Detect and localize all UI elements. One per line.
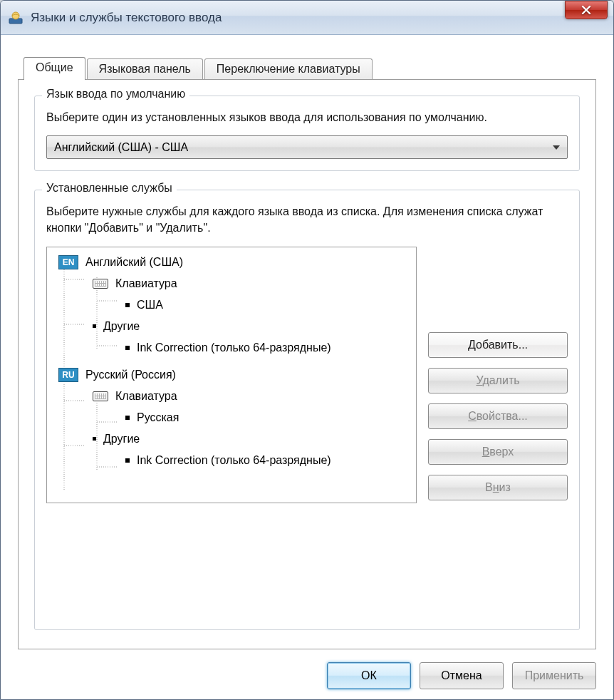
tree-cat-en-other-label: Другие [103,320,140,333]
tree-lang-ru[interactable]: RU Русский (Россия) [51,364,412,386]
tree-item-ru-russian[interactable]: Русская [51,407,412,428]
tree-item-ru-ink-label: Ink Correction (только 64-разрядные) [137,454,331,467]
tree-lang-en[interactable]: EN Английский (США) [51,252,412,273]
group-services-legend: Установленные службы [42,182,177,195]
cancel-button[interactable]: Отмена [420,662,504,689]
apply-button[interactable]: Применить [512,662,596,689]
bullet-icon [93,437,96,441]
services-tree[interactable]: EN Английский (США) Клавиатура США [46,247,417,503]
tree-cat-ru-keyboard[interactable]: Клавиатура [51,386,412,407]
chevron-down-icon [553,145,560,150]
tree-item-en-ink-label: Ink Correction (только 64-разрядные) [137,341,331,354]
service-buttons: Добавить... Удалить Свойства... Вверх Вн [428,247,568,503]
svg-point-1 [12,12,19,19]
bullet-icon [125,303,130,307]
client-area: Общие Языковая панель Переключение клави… [1,35,613,699]
tab-general[interactable]: Общие [24,57,85,80]
properties-button[interactable]: Свойства... [428,403,568,429]
tree-cat-ru-keyboard-label: Клавиатура [115,390,177,403]
tree-lang-ru-label: Русский (Россия) [85,369,176,381]
titlebar[interactable]: Языки и службы текстового ввода [1,1,613,35]
default-language-dropdown[interactable]: Английский (США) - США [46,135,568,159]
tree-item-ru-russian-label: Русская [137,411,179,424]
tree-item-ru-ink[interactable]: Ink Correction (только 64-разрядные) [51,450,412,471]
lang-badge-ru: RU [58,368,78,382]
keyboard-icon [93,391,108,401]
dialog-buttons: ОК Отмена Применить [18,649,596,689]
tree-lang-en-label: Английский (США) [85,256,183,269]
add-button[interactable]: Добавить... [428,332,568,358]
default-language-value: Английский (США) - США [54,141,188,154]
keyboard-icon [93,279,108,289]
tree-cat-ru-other[interactable]: Другие [51,428,412,450]
group-installed-services: Установленные службы Выберите нужные слу… [34,190,580,630]
group-default-language: Язык ввода по умолчанию Выберите один из… [34,96,580,171]
tabstrip: Общие Языковая панель Переключение клави… [18,52,596,79]
bullet-icon [93,324,96,328]
group-services-desc: Выберите нужные службы для каждого языка… [46,203,568,236]
group-default-legend: Язык ввода по умолчанию [42,88,189,101]
app-icon [8,10,24,26]
tree-cat-en-keyboard-label: Клавиатура [115,277,177,290]
bullet-icon [125,416,130,420]
up-button[interactable]: Вверх [428,439,568,465]
down-button[interactable]: Вниз [428,475,568,500]
dialog-window: Языки и службы текстового ввода Общие Яз… [0,0,614,700]
tab-switching[interactable]: Переключение клавиатуры [204,58,373,80]
tree-cat-en-other[interactable]: Другие [51,316,412,337]
tab-langbar[interactable]: Языковая панель [87,58,203,80]
group-default-desc: Выберите один из установленных языков вв… [46,109,568,125]
tree-cat-ru-other-label: Другие [103,433,140,446]
bullet-icon [125,346,130,350]
tree-item-en-us-label: США [137,299,163,312]
tree-item-en-us[interactable]: США [51,294,412,316]
tree-item-en-ink[interactable]: Ink Correction (только 64-разрядные) [51,337,412,359]
tabpanel-general: Язык ввода по умолчанию Выберите один из… [18,79,596,649]
tree-cat-en-keyboard[interactable]: Клавиатура [51,273,412,294]
ok-button[interactable]: ОК [327,662,411,689]
lang-badge-en: EN [58,255,78,269]
close-button[interactable] [565,1,608,19]
remove-button[interactable]: Удалить [428,368,568,393]
bullet-icon [125,458,130,463]
window-title: Языки и службы текстового ввода [31,11,610,25]
